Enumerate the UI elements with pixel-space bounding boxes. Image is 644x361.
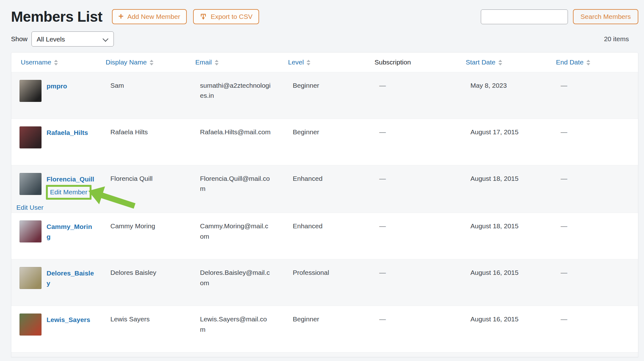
- members-table-container: Username Display Name Email Level Subscr…: [11, 52, 638, 357]
- subscription-text: —: [379, 315, 386, 323]
- level-filter-select[interactable]: All Levels: [31, 31, 114, 47]
- start-date-text: August 17, 2015: [470, 128, 519, 136]
- username-cell: pmpro: [11, 72, 101, 119]
- column-header-subscription: Subscription: [370, 53, 461, 72]
- end-date-cell: —: [551, 306, 638, 353]
- column-header-display-name[interactable]: Display Name: [101, 53, 191, 72]
- avatar: [19, 173, 42, 195]
- email-text: Lewis.Sayers@mail.com: [200, 314, 272, 335]
- username-cell: Florencia_QuillEdit MemberEdit User: [11, 165, 101, 213]
- subscription-cell: —: [370, 259, 461, 306]
- avatar: [19, 267, 42, 289]
- sort-icon[interactable]: [307, 60, 310, 65]
- members-table: Username Display Name Email Level Subscr…: [11, 53, 638, 357]
- display-name-cell: Cammy Moring: [101, 213, 191, 259]
- end-date-cell: —: [551, 165, 638, 213]
- subscription-text: —: [379, 222, 386, 230]
- username-cell: Cammy_Moring: [11, 213, 101, 259]
- sort-icon[interactable]: [498, 60, 502, 65]
- email-cell: Florencia.Quill@mail.com: [191, 165, 283, 213]
- username-link[interactable]: Rafaela_Hilts: [47, 128, 88, 138]
- username-link[interactable]: pmpro: [47, 81, 67, 91]
- username-link[interactable]: Delores_Baisley: [47, 268, 94, 288]
- end-date-text: —: [561, 82, 567, 89]
- table-row: Florencia_QuillEdit MemberEdit UserFlore…: [11, 165, 638, 213]
- subscription-text: —: [379, 175, 386, 182]
- add-new-member-button[interactable]: + Add New Member: [112, 9, 187, 24]
- username-cell: Lewis_Sayers: [11, 306, 101, 353]
- level-text: Beginner: [293, 128, 319, 136]
- email-text: Cammy.Moring@mail.com: [200, 221, 272, 242]
- add-new-member-label: Add New Member: [127, 13, 180, 20]
- start-date-text: August 18, 2015: [470, 175, 519, 182]
- level-text: Beginner: [293, 315, 319, 323]
- end-date-text: —: [561, 315, 567, 323]
- start-date-text: August 16, 2015: [470, 269, 519, 276]
- avatar: [19, 126, 42, 148]
- level-cell: Beginner: [283, 119, 370, 165]
- subscription-cell: —: [370, 165, 461, 213]
- email-cell: sumathi@a2ztechnologies.in: [191, 72, 283, 119]
- username-link[interactable]: Florencia_Quill: [47, 174, 94, 184]
- search-members-label: Search Members: [580, 13, 631, 20]
- end-date-text: —: [561, 269, 567, 276]
- level-text: Beginner: [293, 82, 319, 89]
- column-header-end-date[interactable]: End Date: [551, 53, 638, 72]
- search-input[interactable]: [481, 9, 568, 24]
- show-label: Show: [11, 35, 28, 43]
- annotation-highlight-box: Edit Member: [46, 185, 92, 200]
- edit-member-link[interactable]: Edit Member: [50, 188, 87, 196]
- level-cell: Beginner: [283, 72, 370, 119]
- username-link[interactable]: Cammy_Moring: [47, 222, 94, 242]
- display-name-cell: Lewis Sayers: [101, 306, 191, 353]
- end-date-cell: —: [551, 72, 638, 119]
- column-header-start-date[interactable]: Start Date: [461, 53, 551, 72]
- end-date-text: —: [561, 128, 567, 136]
- level-text: Enhanced: [293, 175, 323, 182]
- email-text: Florencia.Quill@mail.com: [200, 174, 272, 194]
- page-title: Members List: [11, 8, 103, 25]
- subscription-cell: —: [370, 306, 461, 353]
- display-name-cell: Delores Baisley: [101, 259, 191, 306]
- end-date-text: —: [561, 222, 567, 230]
- export-icon: [200, 13, 207, 20]
- end-date-cell: —: [551, 213, 638, 259]
- display-name-text: Sam: [110, 82, 124, 89]
- column-header-username[interactable]: Username: [11, 53, 101, 72]
- column-header-level[interactable]: Level: [283, 53, 370, 72]
- top-toolbar: Members List + Add New Member Export to …: [11, 8, 638, 25]
- email-cell: Delores.Baisley@mail.com: [191, 259, 283, 306]
- sort-icon[interactable]: [586, 60, 590, 65]
- edit-user-link[interactable]: Edit User: [16, 204, 43, 211]
- export-to-csv-button[interactable]: Export to CSV: [193, 9, 259, 24]
- avatar: [19, 220, 42, 242]
- email-cell: Lewis.Sayers@mail.com: [191, 306, 283, 353]
- start-date-cell: August 18, 2015: [461, 165, 551, 213]
- level-text: Enhanced: [293, 222, 323, 230]
- subscription-cell: —: [370, 72, 461, 119]
- subscription-cell: —: [370, 213, 461, 259]
- sort-icon[interactable]: [54, 60, 58, 65]
- column-header-email[interactable]: Email: [191, 53, 283, 72]
- level-filter-wrap: All Levels: [31, 31, 114, 47]
- subscription-text: —: [379, 269, 386, 276]
- email-text: sumathi@a2ztechnologies.in: [200, 81, 272, 101]
- start-date-text: August 18, 2015: [470, 222, 519, 230]
- email-cell: Cammy.Moring@mail.com: [191, 213, 283, 259]
- search-members-button[interactable]: Search Members: [573, 9, 638, 24]
- email-text: Delores.Baisley@mail.com: [200, 268, 272, 288]
- subscription-text: —: [379, 82, 386, 89]
- subscription-cell: —: [370, 119, 461, 165]
- table-row: Rafaela_HiltsRafaela HiltsRafaela.Hilts@…: [11, 119, 638, 165]
- end-date-cell: —: [551, 259, 638, 306]
- display-name-cell: Rafaela Hilts: [101, 119, 191, 165]
- sort-icon[interactable]: [150, 60, 153, 65]
- start-date-text: August 16, 2015: [470, 315, 519, 323]
- username-link[interactable]: Lewis_Sayers: [47, 315, 90, 325]
- table-row: Lewis_SayersLewis SayersLewis.Sayers@mai…: [11, 306, 638, 353]
- table-row: Delores_BaisleyDelores BaisleyDelores.Ba…: [11, 259, 638, 306]
- sort-icon[interactable]: [215, 60, 219, 65]
- display-name-cell: Florencia Quill: [101, 165, 191, 213]
- partial-cell: [11, 353, 638, 357]
- table-row: pmproSamsumathi@a2ztechnologies.inBeginn…: [11, 72, 638, 119]
